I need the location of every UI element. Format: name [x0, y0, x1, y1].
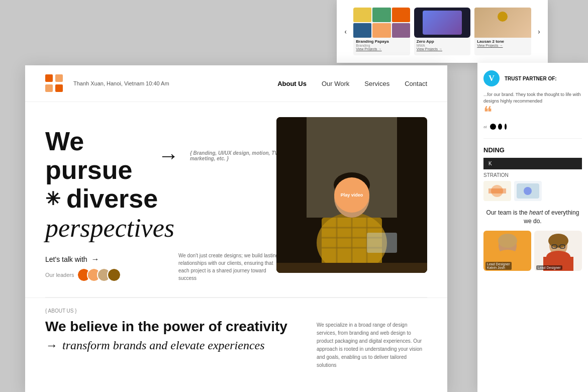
- medium-link-row: at: [483, 123, 582, 131]
- portfolio-cards: Branding Papaya Branding View Projects →…: [353, 8, 531, 55]
- portfolio-card-1: Branding Papaya Branding View Projects →: [353, 8, 410, 55]
- svg-point-18: [505, 124, 507, 130]
- team-section: Our team is the heart of everything we d…: [483, 209, 582, 271]
- nav-link-contact[interactable]: Contact: [405, 80, 427, 87]
- portfolio-card-2-sub: MWA: [414, 44, 470, 47]
- nav-location: Thanh Xuan, Hanoi, Vietnam 10:40 Am: [73, 80, 277, 86]
- video-thumbnail: Play video: [276, 117, 427, 273]
- svg-point-16: [490, 124, 496, 130]
- hero-line-2: ✳ diverse: [45, 184, 297, 213]
- logo-sq-2: [55, 74, 63, 82]
- team-photo-2-label: Lead Designer: [536, 265, 562, 270]
- nav-link-work[interactable]: Our Work: [322, 80, 349, 87]
- leaders-label: Our leaders: [45, 272, 74, 278]
- branding-section: NDING K STRATION: [483, 146, 582, 201]
- hero-line-1: We pursue → { Branding, UI/UX design, mo…: [45, 127, 297, 184]
- about-desc-col: We specialize in a broad range of design…: [317, 319, 427, 369]
- right-panel: V TRUST PARTNER OF: ...for our brand. Th…: [477, 63, 588, 392]
- lead-designer-title-2: Lead Designer: [538, 266, 561, 269]
- portfolio-card-1-sub: Branding: [353, 44, 410, 47]
- portfolio-card-1-title: Branding Papaya: [353, 38, 410, 44]
- about-desc-text: We specialize in a broad range of design…: [317, 321, 427, 369]
- branding-img-1: [483, 181, 511, 201]
- about-content-row: We believe in the power of creativity → …: [45, 319, 427, 369]
- color-patch: [392, 8, 410, 22]
- main-page: Thanh Xuan, Hanoi, Vietnam 10:40 Am Abou…: [25, 65, 447, 392]
- portfolio-card-1-img: [353, 8, 410, 38]
- svg-rect-15: [276, 263, 427, 273]
- svg-point-37: [546, 251, 570, 263]
- about-subtitle-arrow: →: [45, 339, 57, 352]
- portfolio-overlay: ‹ Branding Papaya Branding View Projects…: [337, 0, 548, 63]
- branding-bar: K: [483, 158, 582, 169]
- nav-link-about[interactable]: About Us: [277, 80, 307, 87]
- portfolio-card-3-link[interactable]: View Projects →: [474, 44, 531, 47]
- svg-point-29: [497, 250, 519, 262]
- team-photo-1-label: Lead Designer Kalvin Josh: [485, 262, 512, 270]
- branding-img-2: [514, 181, 542, 201]
- person-image-mock: [474, 8, 531, 38]
- team-heart-text: heart: [529, 209, 543, 216]
- team-headline: Our team is the heart of everything we d…: [483, 209, 582, 226]
- trust-testimonial: ...for our brand. They took the thought …: [483, 91, 582, 104]
- person-head-shape: [498, 12, 508, 22]
- logo-sq-1: [45, 74, 53, 82]
- hero-diverse-text: diverse: [66, 184, 158, 213]
- quote-mark-icon: ❝: [483, 104, 582, 120]
- trust-header: V TRUST PARTNER OF:: [483, 70, 582, 86]
- phone-mockup: [414, 8, 470, 38]
- lead-designer-name-1: Kalvin Josh: [487, 266, 510, 269]
- branding-title: NDING: [483, 146, 582, 154]
- branding-thumbnail-1: [483, 181, 511, 201]
- svg-point-17: [498, 124, 502, 130]
- hero-arrow-icon: →: [158, 144, 179, 167]
- about-tag: { ABOUT US }: [45, 308, 427, 314]
- portfolio-card-3: Lausan 2 tone View Projects →: [474, 8, 531, 55]
- about-section: { ABOUT US } We believe in the power of …: [25, 298, 447, 384]
- star-icon: ✳: [45, 189, 60, 209]
- trust-section: V TRUST PARTNER OF: ...for our brand. Th…: [483, 70, 582, 139]
- play-video-button[interactable]: Play video: [334, 177, 369, 213]
- portfolio-card-2-title: Zero App: [414, 38, 470, 44]
- about-title: We believe in the power of creativity: [45, 319, 287, 335]
- branding-sub: STRATION: [483, 172, 582, 178]
- avatar-circle-4: [108, 269, 120, 281]
- portfolio-prev-arrow[interactable]: ‹: [342, 25, 349, 39]
- hero-description: We don't just create designs; we build l…: [178, 252, 279, 282]
- color-patch: [353, 23, 371, 38]
- branding-bar-text: K: [488, 161, 492, 166]
- svg-point-24: [524, 187, 532, 195]
- about-subtitle-text: transform brands and elevate experiences: [62, 339, 265, 352]
- lead-designer-title-1: Lead Designer: [487, 262, 510, 266]
- portfolio-card-3-title: Lausan 2 tone: [474, 38, 531, 44]
- color-patch: [372, 8, 390, 22]
- cta-arrow-icon: →: [91, 255, 100, 264]
- hero-line-3: perspectives: [45, 214, 297, 242]
- right-panel-inner: V TRUST PARTNER OF: ...for our brand. Th…: [477, 63, 588, 278]
- portfolio-card-2-link[interactable]: View Projects →: [414, 47, 470, 51]
- svg-point-27: [498, 234, 517, 248]
- svg-point-32: [548, 234, 568, 248]
- about-text-col: We believe in the power of creativity → …: [45, 319, 287, 352]
- team-photos: Lead Designer Kalvin Josh: [483, 231, 582, 271]
- logo[interactable]: [45, 74, 63, 92]
- vimeo-logo: V: [483, 70, 500, 86]
- portfolio-next-arrow[interactable]: ›: [535, 25, 543, 39]
- portfolio-card-3-img: [474, 8, 531, 38]
- nav-link-services[interactable]: Services: [364, 80, 389, 87]
- avatar-4: [107, 268, 121, 282]
- phone-screen: [423, 11, 462, 35]
- branding-img-row: [483, 181, 582, 201]
- portfolio-card-2-img: [414, 8, 470, 38]
- navbar: Thanh Xuan, Hanoi, Vietnam 10:40 Am Abou…: [25, 65, 447, 102]
- team-text-1: Our team is the: [486, 209, 528, 216]
- color-patch: [392, 23, 410, 38]
- logo-sq-3: [45, 84, 53, 92]
- portfolio-card-2: Zero App MWA View Projects →: [414, 8, 470, 55]
- team-photo-2: Lead Designer: [534, 231, 582, 271]
- branding-thumbnail-2: [514, 181, 542, 201]
- svg-rect-21: [488, 188, 506, 193]
- nav-links: About Us Our Work Services Contact: [277, 80, 427, 87]
- color-patch: [353, 8, 371, 22]
- portfolio-card-1-link[interactable]: View Projects →: [353, 47, 410, 51]
